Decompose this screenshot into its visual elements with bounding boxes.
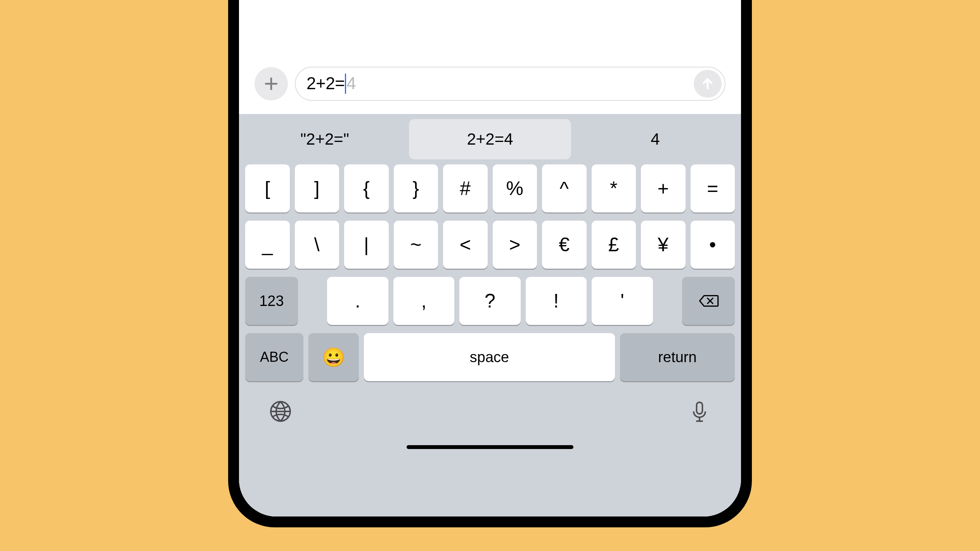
key-space[interactable]: space: [364, 333, 615, 381]
key-plus[interactable]: +: [641, 164, 686, 212]
phone-frame: 2+2= 4 "2+2=" 2+2=4 4: [228, 0, 752, 527]
key-underscore[interactable]: _: [245, 221, 290, 269]
row3-spacer-right: [658, 277, 677, 325]
key-right-brace[interactable]: }: [394, 164, 438, 212]
keyboard-row-3: 123 . , ? ! ': [239, 277, 741, 325]
key-question[interactable]: ?: [459, 277, 521, 325]
key-yen[interactable]: ¥: [641, 221, 686, 269]
keyboard: "2+2=" 2+2=4 4 [ ] { } # % ^ * + = _ \ |…: [239, 114, 741, 516]
prediction-center[interactable]: 2+2=4: [409, 119, 571, 159]
key-pound[interactable]: £: [592, 221, 636, 269]
key-return[interactable]: return: [620, 333, 735, 381]
prediction-right[interactable]: 4: [574, 119, 736, 159]
key-abc-toggle[interactable]: ABC: [245, 333, 303, 381]
key-period[interactable]: .: [327, 277, 388, 325]
inline-suggestion: 4: [346, 74, 356, 93]
key-left-bracket[interactable]: [: [245, 164, 290, 212]
row3-spacer-left: [303, 277, 322, 325]
keyboard-row-4: ABC 😀 space return: [239, 333, 741, 381]
key-less-than[interactable]: <: [443, 221, 488, 269]
prediction-bar: "2+2=" 2+2=4 4: [239, 114, 741, 164]
attach-button[interactable]: [255, 67, 288, 100]
keyboard-bottom-bar: [239, 389, 741, 456]
key-tilde[interactable]: ~: [394, 221, 438, 269]
text-caret: [345, 74, 346, 94]
emoji-icon: 😀: [322, 346, 345, 368]
key-asterisk[interactable]: *: [592, 164, 636, 212]
key-percent[interactable]: %: [493, 164, 537, 212]
key-emoji[interactable]: 😀: [308, 333, 359, 381]
key-greater-than[interactable]: >: [493, 221, 537, 269]
compose-row: 2+2= 4: [255, 67, 725, 101]
message-typed-text: 2+2=: [306, 74, 345, 93]
app-content-area: 2+2= 4: [239, 0, 741, 114]
key-pipe[interactable]: |: [344, 221, 389, 269]
plus-icon: [263, 76, 279, 92]
dictation-button[interactable]: [686, 398, 713, 425]
send-button[interactable]: [694, 70, 722, 98]
keyboard-row-1: [ ] { } # % ^ * + =: [239, 164, 741, 212]
phone-screen: 2+2= 4 "2+2=" 2+2=4 4: [239, 0, 741, 516]
key-hash[interactable]: #: [443, 164, 488, 212]
key-euro[interactable]: €: [542, 221, 587, 269]
key-caret[interactable]: ^: [542, 164, 587, 212]
keyboard-row-2: _ \ | ~ < > € £ ¥ •: [239, 221, 741, 269]
svg-rect-1: [697, 402, 703, 414]
key-equals[interactable]: =: [691, 164, 735, 212]
key-apostrophe[interactable]: ': [592, 277, 653, 325]
arrow-up-icon: [700, 76, 715, 92]
prediction-left[interactable]: "2+2=": [244, 119, 406, 159]
key-backspace[interactable]: [682, 277, 735, 325]
globe-icon: [269, 400, 292, 423]
key-right-bracket[interactable]: ]: [295, 164, 339, 212]
key-comma[interactable]: ,: [393, 277, 455, 325]
key-exclaim[interactable]: !: [526, 277, 587, 325]
key-bullet[interactable]: •: [691, 221, 735, 269]
key-backslash[interactable]: \: [295, 221, 339, 269]
backspace-icon: [698, 293, 719, 309]
home-indicator[interactable]: [407, 445, 573, 449]
key-numbers-toggle[interactable]: 123: [245, 277, 298, 325]
message-input[interactable]: 2+2= 4: [295, 67, 725, 101]
microphone-icon: [688, 400, 711, 423]
globe-button[interactable]: [267, 398, 294, 425]
key-left-brace[interactable]: {: [344, 164, 389, 212]
